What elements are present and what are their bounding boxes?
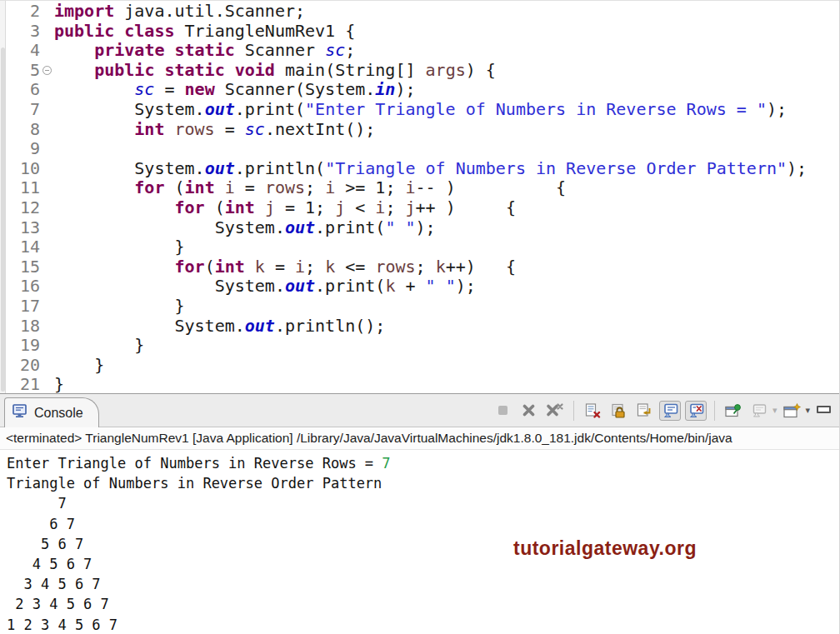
console-status-line: <terminated> TriangleNumRev1 [Java Appli…: [0, 427, 839, 450]
fold-column: [40, 159, 54, 179]
scroll-lock-icon: [610, 403, 627, 418]
code-text: private static Scanner sc;: [54, 41, 839, 61]
remove-all-terminated-button[interactable]: [544, 401, 566, 421]
code-line[interactable]: 21}: [0, 375, 839, 394]
line-number[interactable]: 11: [7, 178, 40, 198]
code-line[interactable]: 6 sc = new Scanner(System.in);: [0, 80, 839, 100]
fold-column: [40, 80, 54, 100]
fold-column: [40, 218, 54, 238]
line-number[interactable]: 17: [7, 297, 40, 317]
code-line[interactable]: 12 for (int j = 1; j < i; j++ ) {: [0, 198, 839, 218]
chevron-down-icon[interactable]: ▾: [772, 405, 778, 416]
code-line[interactable]: 18 System.out.println();: [0, 317, 839, 337]
line-number[interactable]: 5: [7, 61, 40, 81]
code-lines: 2import java.util.Scanner;3public class …: [0, 2, 839, 394]
line-number[interactable]: 18: [7, 317, 40, 337]
line-number[interactable]: 4: [7, 41, 40, 61]
remove-launch-button[interactable]: [518, 401, 540, 421]
console-output-line: 7: [7, 493, 839, 513]
pin-console-button[interactable]: [722, 401, 744, 421]
line-number[interactable]: 9: [7, 139, 40, 159]
terminate-button[interactable]: [492, 401, 514, 421]
console-output[interactable]: Enter Triangle of Numbers in Reverse Row…: [0, 450, 839, 633]
line-number[interactable]: 21: [7, 375, 40, 394]
new-console-icon: [782, 403, 801, 418]
minimize-icon: [817, 406, 831, 413]
code-line[interactable]: 5 public static void main(String[] args)…: [0, 61, 839, 81]
open-console-button[interactable]: [781, 401, 802, 421]
chevron-down-icon[interactable]: ▾: [805, 405, 810, 416]
annotation-ruler[interactable]: [0, 1, 6, 393]
line-number[interactable]: 13: [7, 218, 40, 238]
clear-console-button[interactable]: [582, 401, 603, 421]
console-icon: [12, 404, 28, 422]
java-code-editor[interactable]: 2import java.util.Scanner;3public class …: [0, 0, 839, 394]
fold-column: [40, 41, 54, 61]
code-line[interactable]: 14 }: [0, 237, 839, 257]
code-text: }: [54, 297, 839, 317]
code-line[interactable]: 19 }: [0, 336, 839, 356]
code-text: }: [54, 336, 839, 356]
code-line[interactable]: 3public class TriangleNumRev1 {: [0, 22, 839, 42]
line-number[interactable]: 19: [7, 336, 40, 356]
code-text: System.out.println();: [54, 317, 839, 337]
code-line[interactable]: 2import java.util.Scanner;: [0, 2, 839, 22]
scroll-lock-button[interactable]: [608, 401, 629, 421]
console-output-line: 6 7: [7, 514, 839, 534]
display-selected-console-button[interactable]: [748, 401, 770, 421]
line-number[interactable]: 7: [7, 100, 40, 120]
code-line[interactable]: 10 System.out.println("Triangle of Numbe…: [0, 159, 839, 179]
fold-collapse-icon[interactable]: [42, 66, 52, 75]
line-number[interactable]: 12: [7, 198, 40, 218]
line-number[interactable]: 16: [7, 277, 40, 297]
line-number[interactable]: 6: [7, 80, 40, 100]
toolbar-separator: [714, 401, 715, 421]
code-line[interactable]: 13 System.out.print(" ");: [0, 218, 839, 238]
code-text: public class TriangleNumRev1 {: [54, 22, 839, 42]
code-line[interactable]: 7 System.out.print("Enter Triangle of Nu…: [0, 100, 839, 120]
console-output-line: 4 5 6 7: [7, 554, 839, 574]
line-number[interactable]: 3: [7, 22, 40, 42]
fold-column: [40, 277, 54, 297]
code-text: [54, 139, 839, 159]
fold-column: [40, 100, 54, 120]
tab-console[interactable]: Console: [4, 397, 99, 427]
code-text: }: [54, 237, 839, 257]
line-number[interactable]: 20: [7, 356, 40, 376]
remove-all-x-icon: [546, 403, 564, 417]
console-output-line: Enter Triangle of Numbers in Reverse Row…: [7, 453, 839, 473]
console-tab-label: Console: [34, 406, 83, 421]
line-number[interactable]: 10: [7, 159, 40, 179]
word-wrap-icon: [636, 403, 652, 418]
code-text: System.out.print(k + " ");: [54, 277, 839, 297]
code-line[interactable]: 17 }: [0, 297, 839, 317]
line-number[interactable]: 14: [7, 237, 40, 257]
code-text: System.out.print(" ");: [54, 218, 839, 238]
remove-x-icon: [522, 404, 537, 417]
show-console-stderr-button[interactable]: [685, 401, 707, 421]
line-number[interactable]: 2: [7, 2, 40, 22]
code-text: for (int i = rows; i >= 1; i-- ) {: [54, 178, 839, 198]
eclipse-ide-window: 2import java.util.Scanner;3public class …: [0, 0, 840, 634]
fold-column: [40, 356, 54, 376]
line-number[interactable]: 8: [7, 120, 40, 140]
fold-column: [40, 2, 54, 22]
code-line[interactable]: 20 }: [0, 356, 839, 376]
code-line[interactable]: 9: [0, 139, 839, 159]
code-line[interactable]: 16 System.out.print(k + " ");: [0, 277, 839, 297]
fold-column: [40, 375, 54, 394]
code-line[interactable]: 11 for (int i = rows; i >= 1; i-- ) {: [0, 178, 839, 198]
console-disabled-icon: [751, 403, 768, 418]
console-toolbar: ▾ ▾: [492, 394, 832, 427]
code-line[interactable]: 4 private static Scanner sc;: [0, 41, 839, 61]
line-number[interactable]: 15: [7, 257, 40, 277]
code-text: }: [54, 375, 839, 394]
code-line[interactable]: 8 int rows = sc.nextInt();: [0, 120, 839, 140]
fold-column: [40, 120, 54, 140]
minimize-button[interactable]: [814, 401, 832, 421]
word-wrap-button[interactable]: [633, 401, 655, 421]
code-text: System.out.print("Enter Triangle of Numb…: [54, 100, 839, 120]
show-console-stdout-button[interactable]: [659, 401, 681, 421]
code-line[interactable]: 15 for(int k = i; k <= rows; k++) {: [0, 257, 839, 277]
fold-column: [40, 336, 54, 356]
